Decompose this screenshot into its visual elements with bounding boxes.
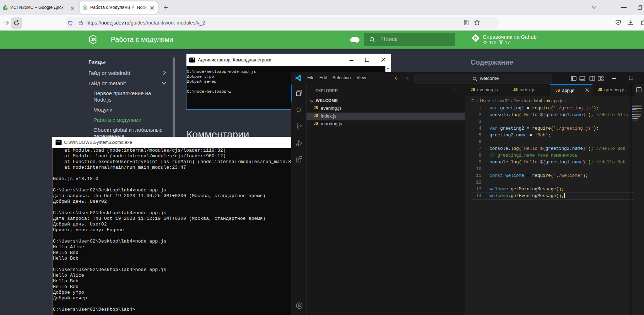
svg-text:JS: JS: [91, 37, 96, 42]
svg-text:JS: JS: [83, 7, 87, 9]
